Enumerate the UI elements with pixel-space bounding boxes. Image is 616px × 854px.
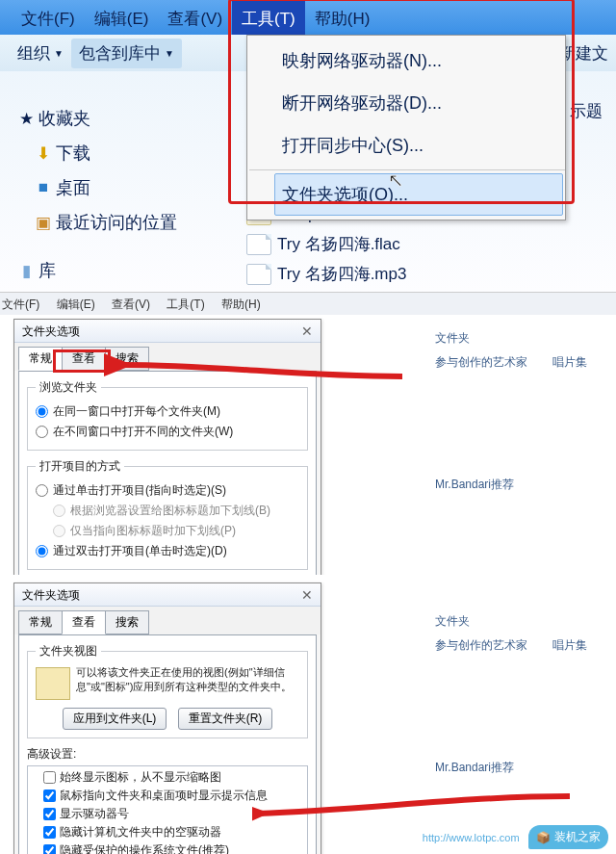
organize-button[interactable]: 组织▼ (10, 39, 71, 68)
dialog-titlebar[interactable]: 文件夹选项✕ (14, 320, 321, 343)
download-icon: ⬇ (31, 143, 56, 164)
apply-to-folders-button[interactable]: 应用到文件夹(L) (63, 708, 167, 730)
favorites-header[interactable]: ★收藏夹 (13, 101, 216, 136)
menu-edit[interactable]: 编辑(E) (85, 0, 159, 35)
browse-same-window[interactable]: 在同一窗口中打开每个文件夹(M) (36, 401, 299, 422)
watermark-brand: 📦 装机之家 (528, 825, 608, 849)
menu-tools[interactable]: 工具(T) (232, 0, 305, 35)
desktop-icon: ■ (31, 178, 56, 197)
libraries-header[interactable]: ▮库 (13, 253, 216, 288)
tab-search-2[interactable]: 搜索 (105, 610, 149, 634)
chevron-down-icon: ▼ (54, 48, 64, 59)
dialog-tabs-2: 常规 查看 搜索 (14, 607, 321, 634)
double-click[interactable]: 通过双击打开项目(单击时选定)(D) (36, 541, 299, 561)
folder-views-icon (36, 667, 70, 700)
track-meta-2: Mr.Bandari推荐 (435, 760, 612, 776)
underline-browser[interactable]: 根据浏览器设置给图标标题加下划线(B) (36, 501, 299, 521)
watermark-url: http://www.lotpc.com (423, 832, 520, 843)
tree-item[interactable]: 隐藏受保护的操作系统文件(推荐) (30, 841, 305, 854)
tab-view-2[interactable]: 查看 (62, 610, 106, 634)
menu-separator (249, 169, 565, 170)
section-general: 文件(F) 编辑(E) 查看(V) 工具(T) 帮助(H) 文件夹 参与创作的艺… (0, 292, 616, 575)
background-columns-2: 文件夹 参与创作的艺术家唱片集 Mr.Bandari推荐 (435, 613, 612, 776)
chevron-down-icon: ▼ (165, 48, 174, 59)
explorer-window: 文件(F) 编辑(E) 查看(V) 工具(T) 帮助(H) 组织▼ 包含到库中▼… (0, 0, 616, 292)
file-icon (246, 264, 271, 285)
advanced-settings-label: 高级设置: (27, 746, 308, 763)
dialog-titlebar-2[interactable]: 文件夹选项✕ (14, 583, 321, 607)
cursor-icon: ↖ (388, 168, 404, 192)
library-icon: ▮ (13, 261, 38, 281)
nav-recent[interactable]: ▣最近访问的位置 (13, 205, 216, 240)
tools-dropdown: 映射网络驱动器(N)... 断开网络驱动器(D)... 打开同步中心(S)...… (246, 35, 566, 220)
show-topic-label: 示题 (570, 100, 603, 122)
folder-options[interactable]: 文件夹选项(O)... (274, 173, 563, 216)
track-meta: Mr.Bandari推荐 (435, 477, 612, 493)
browse-folders-group: 浏览文件夹 在同一窗口中打开每个文件夹(M) 在不同窗口中打开不同的文件夹(W) (27, 379, 308, 451)
underline-point[interactable]: 仅当指向图标标题时加下划线(P) (36, 521, 299, 541)
watermark: http://www.lotpc.com 📦 装机之家 (423, 825, 608, 849)
explorer-menubar: 文件(F) 编辑(E) 查看(V) 工具(T) 帮助(H) (0, 0, 616, 35)
tab-general[interactable]: 常规 (18, 347, 63, 371)
menu-help[interactable]: 帮助(H) (305, 0, 380, 35)
map-network-drive[interactable]: 映射网络驱动器(N)... (274, 39, 563, 82)
star-icon: ★ (13, 109, 38, 129)
include-in-library-button[interactable]: 包含到库中▼ (71, 39, 182, 68)
dialog-title: 文件夹选项 (22, 323, 80, 338)
browse-new-window[interactable]: 在不同窗口中打开不同的文件夹(W) (36, 422, 299, 442)
folder-views-text: 可以将该文件夹正在使用的视图(例如"详细信息"或"图标")应用到所有这种类型的文… (76, 665, 299, 702)
background-menubar: 文件(F) 编辑(E) 查看(V) 工具(T) 帮助(H) (0, 292, 616, 315)
click-items-group: 打开项目的方式 通过单击打开项目(指向时选定)(S) 根据浏览器设置给图标标题加… (27, 458, 308, 570)
single-click[interactable]: 通过单击打开项目(指向时选定)(S) (36, 480, 299, 501)
menu-file[interactable]: 文件(F) (12, 0, 85, 35)
annotation-arrow (104, 348, 412, 386)
dialog-title-2: 文件夹选项 (22, 587, 80, 602)
reset-folders-button[interactable]: 重置文件夹(R) (178, 708, 273, 730)
folder-views-group: 文件夹视图 可以将该文件夹正在使用的视图(例如"详细信息"或"图标")应用到所有… (27, 643, 308, 738)
open-sync-center[interactable]: 打开同步中心(S)... (274, 124, 563, 167)
disconnect-network-drive[interactable]: 断开网络驱动器(D)... (274, 82, 563, 124)
close-icon[interactable]: ✕ (301, 587, 313, 602)
section-view: . 文件夹 参与创作的艺术家唱片集 Mr.Bandari推荐 文件夹选项✕ 常规… (0, 575, 616, 854)
close-icon[interactable]: ✕ (301, 323, 313, 338)
background-columns: 文件夹 参与创作的艺术家唱片集 Mr.Bandari推荐 (435, 330, 612, 493)
nav-desktop[interactable]: ■桌面 (13, 170, 216, 205)
navigation-pane: ★收藏夹 ⬇下载 ■桌面 ▣最近访问的位置 ▮库 (13, 101, 216, 288)
recent-icon: ▣ (31, 213, 56, 233)
menu-view[interactable]: 查看(V) (158, 0, 232, 35)
nav-downloads[interactable]: ⬇下载 (13, 136, 216, 170)
file-icon (246, 234, 271, 255)
tab-general-2[interactable]: 常规 (18, 610, 63, 634)
file-flac[interactable]: Try 名扬四海.flac (246, 229, 406, 259)
tab-view[interactable]: 查看 (62, 347, 106, 371)
file-mp3[interactable]: Try 名扬四海.mp3 (246, 259, 406, 289)
